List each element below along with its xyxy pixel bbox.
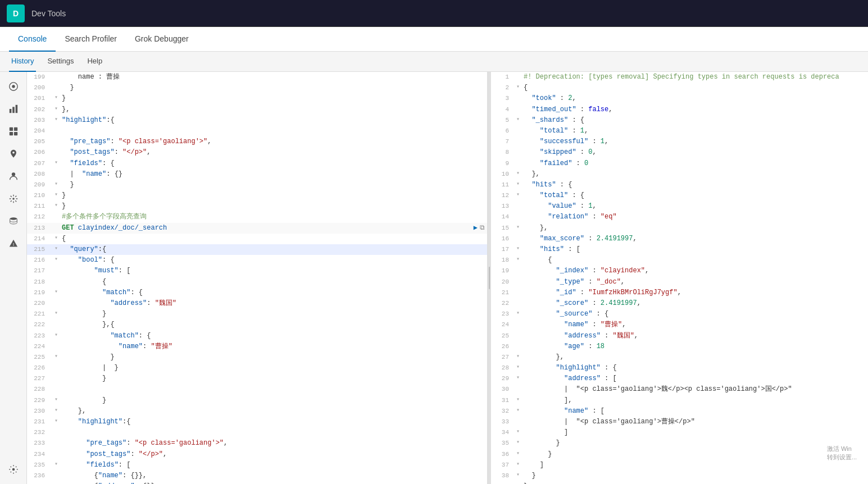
table-row: 17▾ "hits" : [ xyxy=(491,244,868,255)
table-row: 201▾} xyxy=(27,93,487,104)
svg-point-12 xyxy=(10,217,17,220)
table-row: 12▾ "total" : { xyxy=(491,190,868,201)
table-row: 25 "address" : "魏国", xyxy=(491,331,868,341)
table-row: 227 } xyxy=(27,373,487,384)
watermark: 激活 Win转到设置... xyxy=(827,445,857,462)
top-bar: D Dev Tools xyxy=(0,0,868,27)
table-row: 23▾ "_source" : { xyxy=(491,309,868,319)
table-row: 9 "failed" : 0 xyxy=(491,158,868,169)
table-row: 234 "post_tags": "</p>", xyxy=(27,449,487,460)
secondary-toolbar: History Settings Help xyxy=(0,52,868,72)
nav-tabs: Console Search Profiler Grok Debugger xyxy=(0,27,868,52)
table-row: 14 "relation" : "eq" xyxy=(491,212,868,222)
table-row: 236 {"name": {}}, xyxy=(27,471,487,481)
svg-point-1 xyxy=(12,85,15,88)
svg-rect-2 xyxy=(9,109,11,113)
table-row: 206 "post_tags": "</p>", xyxy=(27,147,487,158)
table-row: 5▾ "_shards" : { xyxy=(491,115,868,126)
query-editor-pane: 199 name : 曹操200 }201▾}202▾},203▾"highli… xyxy=(27,72,488,484)
table-row: 223▾ "match": { xyxy=(27,331,487,341)
dashboard-icon[interactable] xyxy=(3,121,24,141)
table-row: 39▾} xyxy=(491,481,868,484)
alert-icon[interactable]: ! xyxy=(3,234,24,254)
table-row: 224 "name": "曹操" xyxy=(27,341,487,352)
tab-console[interactable]: Console xyxy=(9,27,56,52)
table-row: 232 xyxy=(27,427,487,438)
table-row: 226 | } xyxy=(27,363,487,373)
table-row: 209▾ } xyxy=(27,180,487,190)
table-row: 214▾{ xyxy=(27,234,487,244)
table-row: 230▾ }, xyxy=(27,406,487,417)
table-row: 30 | "<p class='gaoliang'>魏</p><p class=… xyxy=(491,384,868,395)
table-row: 11▾ "hits" : { xyxy=(491,180,868,190)
table-row: 216▾ "bool": { xyxy=(27,255,487,266)
table-row: 26 "age" : 18 xyxy=(491,341,868,352)
table-row: 34▾ ] xyxy=(491,427,868,438)
visualize-icon[interactable] xyxy=(3,99,24,119)
table-row: 231▾ "highlight":{ xyxy=(27,417,487,427)
table-row: 6 "total" : 1, xyxy=(491,126,868,136)
sidebar: ! xyxy=(0,72,27,484)
settings-icon[interactable] xyxy=(3,459,24,480)
svg-point-14 xyxy=(12,468,15,471)
response-editor[interactable]: 1#! Deprecation: [types removal] Specify… xyxy=(491,72,868,484)
table-row: 217 "must": [ xyxy=(27,266,487,276)
table-row: 19 "_index" : "clayindex", xyxy=(491,266,868,276)
table-row: 33 | "<p class='gaoliang'>曹操</p>" xyxy=(491,417,868,427)
table-row: 28▾ "highlight" : { xyxy=(491,363,868,373)
svg-rect-5 xyxy=(9,127,12,131)
main-content: ! 199 name : 曹操200 }201▾}202▾},203▾"high… xyxy=(0,72,868,484)
svg-rect-3 xyxy=(12,107,15,113)
table-row: 20 "_type" : "_doc", xyxy=(491,277,868,287)
table-row: 36▾ } xyxy=(491,449,868,460)
stack-icon[interactable] xyxy=(3,211,24,231)
run-button[interactable]: ▶ xyxy=(474,223,478,234)
table-row: 222 },{ xyxy=(27,319,487,330)
table-row: 202▾}, xyxy=(27,104,487,115)
table-row: 3 "took" : 2, xyxy=(491,93,868,104)
table-row: 4 "timed_out" : false, xyxy=(491,104,868,115)
table-row: 2▾{ xyxy=(491,83,868,93)
table-row: 229▾ } xyxy=(27,395,487,406)
table-row: 220 "address": "魏国" xyxy=(27,298,487,309)
svg-rect-8 xyxy=(13,132,17,135)
secondary-tab-settings[interactable]: Settings xyxy=(45,52,76,72)
table-row: 228 xyxy=(27,384,487,395)
tools-icon[interactable] xyxy=(3,189,24,209)
secondary-tab-help[interactable]: Help xyxy=(85,52,104,72)
table-row: 215▾ "query":{ xyxy=(27,244,487,255)
table-row: 233 "pre_tags": "<p class='gaoliang'>", xyxy=(27,438,487,449)
table-row: 211▾} xyxy=(27,201,487,212)
table-row: 213GET clayindex/_doc/_search▶⧉ xyxy=(27,223,487,234)
table-row: 10▾ }, xyxy=(491,169,868,180)
svg-rect-7 xyxy=(9,132,12,135)
svg-point-11 xyxy=(12,198,15,200)
tab-grok-debugger[interactable]: Grok Debugger xyxy=(126,27,198,52)
table-row: 210▾} xyxy=(27,190,487,201)
table-row: 200 } xyxy=(27,83,487,93)
maps-icon[interactable] xyxy=(3,144,24,164)
table-row: 212#多个条件多个字段高亮查询 xyxy=(27,212,487,222)
copy-button[interactable]: ⧉ xyxy=(480,223,485,234)
table-row: 24 "name" : "曹操", xyxy=(491,319,868,330)
response-pane: 1#! Deprecation: [types removal] Specify… xyxy=(491,72,868,484)
tab-search-profiler[interactable]: Search Profiler xyxy=(56,27,126,52)
table-row: 27▾ }, xyxy=(491,352,868,363)
table-row: 31▾ ], xyxy=(491,395,868,406)
person-icon[interactable] xyxy=(3,166,24,186)
table-row: 219▾ "match": { xyxy=(27,287,487,298)
table-row: 22 "_score" : 2.4191997, xyxy=(491,298,868,309)
svg-rect-4 xyxy=(15,105,17,113)
table-row: 13 "value" : 1, xyxy=(491,201,868,212)
table-row: 35▾ } xyxy=(491,438,868,449)
table-row: 208 | "name": {} xyxy=(27,169,487,180)
query-editor[interactable]: 199 name : 曹操200 }201▾}202▾},203▾"highli… xyxy=(27,72,487,484)
table-row: 37▾ ] xyxy=(491,460,868,471)
table-row: 204 xyxy=(27,126,487,136)
home-icon[interactable] xyxy=(3,76,24,97)
svg-text:!: ! xyxy=(13,243,14,246)
table-row: 8 "skipped" : 0, xyxy=(491,147,868,158)
table-row: 38▾ } xyxy=(491,471,868,481)
table-row: 32▾ "name" : [ xyxy=(491,406,868,417)
secondary-tab-history[interactable]: History xyxy=(9,52,36,72)
